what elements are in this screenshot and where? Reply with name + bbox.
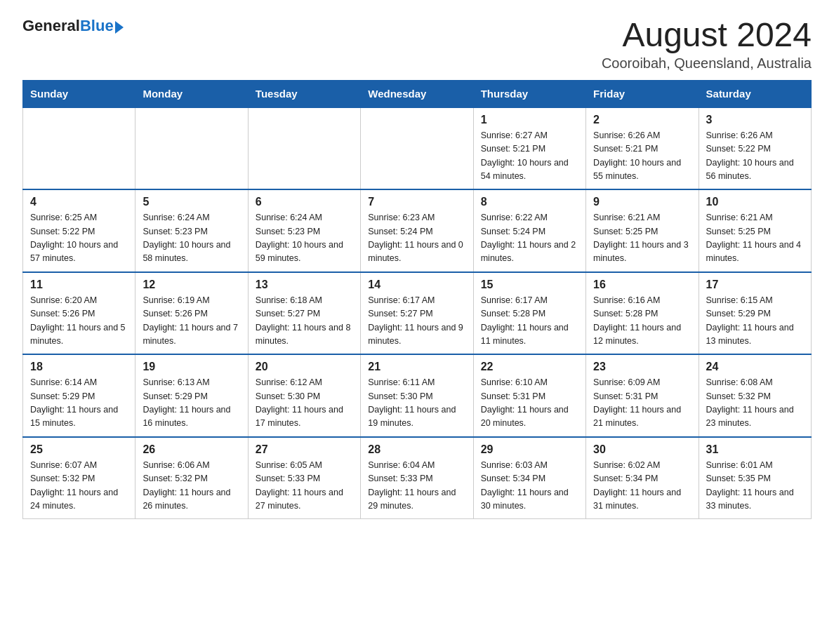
day-info: Sunrise: 6:06 AMSunset: 5:32 PMDaylight:…: [143, 459, 240, 514]
day-number: 26: [143, 443, 240, 456]
col-saturday: Saturday: [699, 80, 811, 107]
logo-general: General: [22, 17, 80, 34]
day-info: Sunrise: 6:24 AMSunset: 5:23 PMDaylight:…: [143, 211, 240, 266]
table-row: 21Sunrise: 6:11 AMSunset: 5:30 PMDayligh…: [361, 354, 473, 437]
day-info: Sunrise: 6:25 AMSunset: 5:22 PMDaylight:…: [30, 211, 128, 266]
day-info: Sunrise: 6:27 AMSunset: 5:21 PMDaylight:…: [481, 129, 578, 184]
table-row: 23Sunrise: 6:09 AMSunset: 5:31 PMDayligh…: [586, 354, 699, 437]
day-number: 1: [481, 114, 578, 126]
table-row: [248, 107, 360, 190]
day-number: 27: [256, 443, 353, 456]
col-wednesday: Wednesday: [361, 80, 473, 107]
day-number: 14: [368, 279, 465, 291]
logo-blue: Blue: [80, 17, 114, 34]
table-row: 17Sunrise: 6:15 AMSunset: 5:29 PMDayligh…: [699, 272, 811, 355]
calendar-week-row: 11Sunrise: 6:20 AMSunset: 5:26 PMDayligh…: [23, 272, 812, 355]
table-row: 8Sunrise: 6:22 AMSunset: 5:24 PMDaylight…: [473, 189, 585, 272]
page-header: GeneralBlue August 2024 Cooroibah, Queen…: [22, 17, 812, 72]
table-row: [361, 107, 473, 190]
table-row: 14Sunrise: 6:17 AMSunset: 5:27 PMDayligh…: [361, 272, 473, 355]
table-row: 2Sunrise: 6:26 AMSunset: 5:21 PMDaylight…: [586, 107, 699, 190]
day-number: 3: [706, 114, 804, 126]
day-number: 7: [368, 196, 465, 208]
day-number: 15: [481, 279, 578, 291]
day-info: Sunrise: 6:14 AMSunset: 5:29 PMDaylight:…: [30, 376, 128, 431]
day-info: Sunrise: 6:12 AMSunset: 5:30 PMDaylight:…: [256, 376, 353, 431]
day-number: 23: [593, 361, 691, 373]
col-friday: Friday: [586, 80, 699, 107]
table-row: 29Sunrise: 6:03 AMSunset: 5:34 PMDayligh…: [473, 437, 585, 519]
table-row: 31Sunrise: 6:01 AMSunset: 5:35 PMDayligh…: [699, 437, 811, 519]
table-row: 15Sunrise: 6:17 AMSunset: 5:28 PMDayligh…: [473, 272, 585, 355]
day-number: 17: [706, 279, 804, 291]
day-info: Sunrise: 6:10 AMSunset: 5:31 PMDaylight:…: [481, 376, 578, 431]
calendar-header-row: Sunday Monday Tuesday Wednesday Thursday…: [23, 80, 812, 107]
col-thursday: Thursday: [473, 80, 585, 107]
day-number: 20: [256, 361, 353, 373]
table-row: 26Sunrise: 6:06 AMSunset: 5:32 PMDayligh…: [135, 437, 248, 519]
day-info: Sunrise: 6:20 AMSunset: 5:26 PMDaylight:…: [30, 294, 128, 349]
col-monday: Monday: [135, 80, 248, 107]
table-row: 20Sunrise: 6:12 AMSunset: 5:30 PMDayligh…: [248, 354, 360, 437]
calendar-week-row: 25Sunrise: 6:07 AMSunset: 5:32 PMDayligh…: [23, 437, 812, 519]
day-number: 16: [593, 279, 691, 291]
table-row: 6Sunrise: 6:24 AMSunset: 5:23 PMDaylight…: [248, 189, 360, 272]
table-row: 18Sunrise: 6:14 AMSunset: 5:29 PMDayligh…: [23, 354, 135, 437]
logo: GeneralBlue: [22, 17, 124, 35]
day-info: Sunrise: 6:11 AMSunset: 5:30 PMDaylight:…: [368, 376, 465, 431]
day-number: 4: [30, 196, 128, 208]
table-row: 12Sunrise: 6:19 AMSunset: 5:26 PMDayligh…: [135, 272, 248, 355]
location-subtitle: Cooroibah, Queensland, Australia: [602, 55, 812, 72]
day-info: Sunrise: 6:01 AMSunset: 5:35 PMDaylight:…: [706, 459, 804, 514]
table-row: 7Sunrise: 6:23 AMSunset: 5:24 PMDaylight…: [361, 189, 473, 272]
day-number: 24: [706, 361, 804, 373]
day-info: Sunrise: 6:23 AMSunset: 5:24 PMDaylight:…: [368, 211, 465, 266]
day-info: Sunrise: 6:13 AMSunset: 5:29 PMDaylight:…: [143, 376, 240, 431]
day-number: 11: [30, 279, 128, 291]
table-row: 13Sunrise: 6:18 AMSunset: 5:27 PMDayligh…: [248, 272, 360, 355]
table-row: 4Sunrise: 6:25 AMSunset: 5:22 PMDaylight…: [23, 189, 135, 272]
logo-arrow-icon: [115, 21, 124, 34]
day-number: 5: [143, 196, 240, 208]
day-info: Sunrise: 6:02 AMSunset: 5:34 PMDaylight:…: [593, 459, 691, 514]
page-title: August 2024: [602, 17, 812, 54]
day-info: Sunrise: 6:05 AMSunset: 5:33 PMDaylight:…: [256, 459, 353, 514]
table-row: 3Sunrise: 6:26 AMSunset: 5:22 PMDaylight…: [699, 107, 811, 190]
day-number: 29: [481, 443, 578, 456]
day-info: Sunrise: 6:21 AMSunset: 5:25 PMDaylight:…: [593, 211, 691, 266]
day-number: 19: [143, 361, 240, 373]
day-number: 10: [706, 196, 804, 208]
day-info: Sunrise: 6:26 AMSunset: 5:22 PMDaylight:…: [706, 129, 804, 184]
table-row: 5Sunrise: 6:24 AMSunset: 5:23 PMDaylight…: [135, 189, 248, 272]
col-sunday: Sunday: [23, 80, 135, 107]
day-info: Sunrise: 6:15 AMSunset: 5:29 PMDaylight:…: [706, 294, 804, 349]
day-info: Sunrise: 6:17 AMSunset: 5:28 PMDaylight:…: [481, 294, 578, 349]
col-tuesday: Tuesday: [248, 80, 360, 107]
calendar-week-row: 18Sunrise: 6:14 AMSunset: 5:29 PMDayligh…: [23, 354, 812, 437]
day-info: Sunrise: 6:24 AMSunset: 5:23 PMDaylight:…: [256, 211, 353, 266]
table-row: 10Sunrise: 6:21 AMSunset: 5:25 PMDayligh…: [699, 189, 811, 272]
table-row: 19Sunrise: 6:13 AMSunset: 5:29 PMDayligh…: [135, 354, 248, 437]
title-block: August 2024 Cooroibah, Queensland, Austr…: [602, 17, 812, 72]
day-number: 12: [143, 279, 240, 291]
table-row: 24Sunrise: 6:08 AMSunset: 5:32 PMDayligh…: [699, 354, 811, 437]
day-info: Sunrise: 6:07 AMSunset: 5:32 PMDaylight:…: [30, 459, 128, 514]
table-row: 22Sunrise: 6:10 AMSunset: 5:31 PMDayligh…: [473, 354, 585, 437]
day-info: Sunrise: 6:18 AMSunset: 5:27 PMDaylight:…: [256, 294, 353, 349]
day-info: Sunrise: 6:26 AMSunset: 5:21 PMDaylight:…: [593, 129, 691, 184]
day-number: 22: [481, 361, 578, 373]
day-number: 30: [593, 443, 691, 456]
day-info: Sunrise: 6:03 AMSunset: 5:34 PMDaylight:…: [481, 459, 578, 514]
day-number: 18: [30, 361, 128, 373]
table-row: 27Sunrise: 6:05 AMSunset: 5:33 PMDayligh…: [248, 437, 360, 519]
day-number: 13: [256, 279, 353, 291]
day-number: 28: [368, 443, 465, 456]
table-row: 1Sunrise: 6:27 AMSunset: 5:21 PMDaylight…: [473, 107, 585, 190]
day-info: Sunrise: 6:19 AMSunset: 5:26 PMDaylight:…: [143, 294, 240, 349]
day-number: 9: [593, 196, 691, 208]
day-info: Sunrise: 6:09 AMSunset: 5:31 PMDaylight:…: [593, 376, 691, 431]
day-info: Sunrise: 6:22 AMSunset: 5:24 PMDaylight:…: [481, 211, 578, 266]
calendar-week-row: 1Sunrise: 6:27 AMSunset: 5:21 PMDaylight…: [23, 107, 812, 190]
day-info: Sunrise: 6:17 AMSunset: 5:27 PMDaylight:…: [368, 294, 465, 349]
day-info: Sunrise: 6:04 AMSunset: 5:33 PMDaylight:…: [368, 459, 465, 514]
